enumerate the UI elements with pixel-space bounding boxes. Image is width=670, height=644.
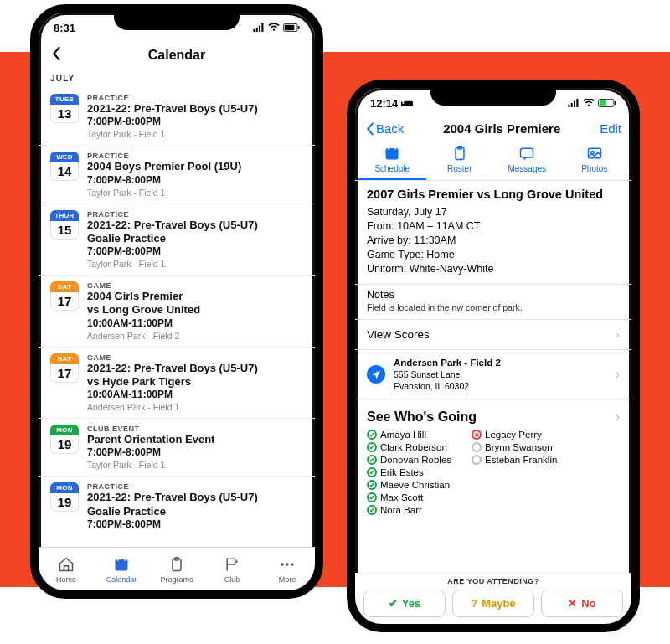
event-location: Taylor Park - Field 1 <box>87 129 303 139</box>
attending-footer: ARE YOU ATTENDING? ✔Yes ?Maybe ✕No <box>355 573 631 624</box>
calendar-row[interactable]: SAT 17 GAME 2004 Girls Premier vs Long G… <box>39 276 315 348</box>
event-location: Taylor Park - Field 1 <box>87 188 303 198</box>
attendee: ✔Max Scott <box>367 492 451 502</box>
location-row[interactable]: Andersen Park - Field 2 555 Sunset Lane … <box>355 350 631 399</box>
tab-club[interactable]: Club <box>204 555 260 584</box>
svg-rect-24 <box>600 100 606 106</box>
event-time: 7:00PM-8:00PM <box>87 518 303 530</box>
notes-heading: Notes <box>367 289 620 301</box>
date-day: 14 <box>50 162 79 181</box>
chevron-right-icon: › <box>616 367 620 382</box>
date-dow: WED <box>50 152 79 162</box>
date-dow: TUES <box>50 94 79 105</box>
tab-label: Programs <box>149 575 204 584</box>
calendar-row[interactable]: MON 19 CLUB EVENT Parent Orientation Eve… <box>39 419 315 477</box>
attendee-column-other: ✕Legacy PerryBrynn SwansonEsteban Frankl… <box>472 430 557 515</box>
view-scores-button[interactable]: View Scores › <box>355 320 631 350</box>
yes-button[interactable]: ✔Yes <box>363 590 446 617</box>
attendee-name: Max Scott <box>380 492 423 502</box>
attendee-name: Brynn Swanson <box>485 442 553 452</box>
attendee: Brynn Swanson <box>472 442 557 452</box>
date-badge: MON 19 <box>50 425 79 454</box>
calendar-row[interactable]: THUR 15 PRACTICE 2021-22: Pre-Travel Boy… <box>39 204 315 276</box>
event-type: PRACTICE <box>87 210 303 219</box>
event-location: Taylor Park - Field 1 <box>87 460 303 470</box>
location-street: 555 Sunset Lane <box>394 369 607 381</box>
seg-label: Messages <box>493 164 561 173</box>
svg-rect-18 <box>404 101 413 105</box>
attendee-name: Esteban Franklin <box>485 455 557 465</box>
page-title: Calendar <box>70 48 283 63</box>
svg-rect-28 <box>388 147 389 150</box>
status-no-icon: ✕ <box>472 430 482 440</box>
date-badge: MON 19 <box>50 482 79 512</box>
attendee-name: Legacy Perry <box>485 430 542 440</box>
calendar-row[interactable]: SAT 17 GAME 2021-22: Pre-Travel Boys (U5… <box>39 348 315 420</box>
phone-right: 12:14 Back 2004 Girls Premiere Edit Sche… <box>347 80 640 632</box>
seg-messages[interactable]: Messages <box>493 144 561 180</box>
date-day: 19 <box>50 435 79 454</box>
home-icon <box>39 555 94 574</box>
date-badge: WED 14 <box>50 152 79 181</box>
question-icon: ? <box>471 597 477 610</box>
date-badge: TUES 13 <box>50 94 79 123</box>
svg-rect-25 <box>615 101 616 105</box>
date-dow: MON <box>50 425 79 435</box>
svg-rect-27 <box>386 148 399 152</box>
event-type: PRACTICE <box>87 482 303 491</box>
event-body: GAME 2004 Girls Premier vs Long Grove Un… <box>87 281 303 341</box>
status-time: 12:14 <box>370 97 398 110</box>
x-icon: ✕ <box>568 597 577 610</box>
date-dow: MON <box>50 482 79 493</box>
seg-schedule[interactable]: Schedule <box>358 144 426 180</box>
edit-button[interactable]: Edit <box>600 121 621 136</box>
svg-rect-3 <box>261 23 263 32</box>
signal-icon <box>253 23 265 32</box>
no-button[interactable]: ✕No <box>541 590 623 617</box>
notch <box>114 12 240 30</box>
calendar-row[interactable]: TUES 13 PRACTICE 2021-22: Pre-Travel Boy… <box>39 88 315 146</box>
svg-point-14 <box>286 563 288 565</box>
event-location: Andersen Park - Field 2 <box>87 331 303 341</box>
back-button[interactable]: Back <box>365 121 404 136</box>
header: Back 2004 Girls Premiere Edit <box>355 118 631 139</box>
tab-label: Calendar <box>94 575 149 584</box>
calendar-icon <box>358 144 426 162</box>
tab-home[interactable]: Home <box>39 555 94 584</box>
signal-icon <box>568 99 580 107</box>
attendee: ✔Clark Roberson <box>367 442 451 452</box>
month-label: JULY <box>39 69 315 88</box>
maybe-button[interactable]: ?Maybe <box>452 590 534 617</box>
clipboard-icon <box>426 144 494 162</box>
event-title: 2021-22: Pre-Travel Boys (U5-U7) <box>87 102 303 116</box>
see-who-label: See Who's Going <box>367 410 477 425</box>
svg-point-15 <box>291 563 293 565</box>
seg-photos[interactable]: Photos <box>561 144 629 180</box>
event-uniform: Uniform: White-Navy-White <box>367 263 620 275</box>
status-unk-icon <box>472 455 482 465</box>
chevron-right-icon: › <box>616 410 620 425</box>
tab-calendar[interactable]: Calendar <box>94 555 149 584</box>
notes-body: Field is located in the nw corner of par… <box>367 302 620 312</box>
calendar-list[interactable]: TUES 13 PRACTICE 2021-22: Pre-Travel Boy… <box>39 88 315 536</box>
calendar-icon <box>94 555 149 574</box>
attendee-name: Nora Barr <box>380 505 422 515</box>
attendee: ✔Donovan Robles <box>367 455 451 465</box>
event-title: 2021-22: Pre-Travel Boys (U5-U7) <box>87 491 303 504</box>
see-who-row[interactable]: See Who's Going › <box>355 399 631 430</box>
status-yes-icon: ✔ <box>367 442 377 452</box>
event-body: PRACTICE 2021-22: Pre-Travel Boys (U5-U7… <box>87 210 303 270</box>
location-name: Andersen Park - Field 2 <box>394 357 607 369</box>
calendar-row[interactable]: MON 19 PRACTICE 2021-22: Pre-Travel Boys… <box>39 477 315 536</box>
tab-label: Home <box>39 575 94 584</box>
attendee-name: Donovan Robles <box>380 455 451 465</box>
battery-icon <box>283 23 300 32</box>
event-title: 2021-22: Pre-Travel Boys (U5-U7) <box>87 362 303 375</box>
back-button[interactable] <box>50 46 70 64</box>
seg-roster[interactable]: Roster <box>426 144 494 180</box>
tab-programs[interactable]: Programs <box>149 555 204 584</box>
tab-more[interactable]: More <box>260 555 315 584</box>
calendar-row[interactable]: WED 14 PRACTICE 2004 Boys Premier Pool (… <box>39 146 315 204</box>
event-detail: 2007 Girls Premier vs Long Grove United … <box>355 181 631 284</box>
event-type: GAME <box>87 353 303 362</box>
